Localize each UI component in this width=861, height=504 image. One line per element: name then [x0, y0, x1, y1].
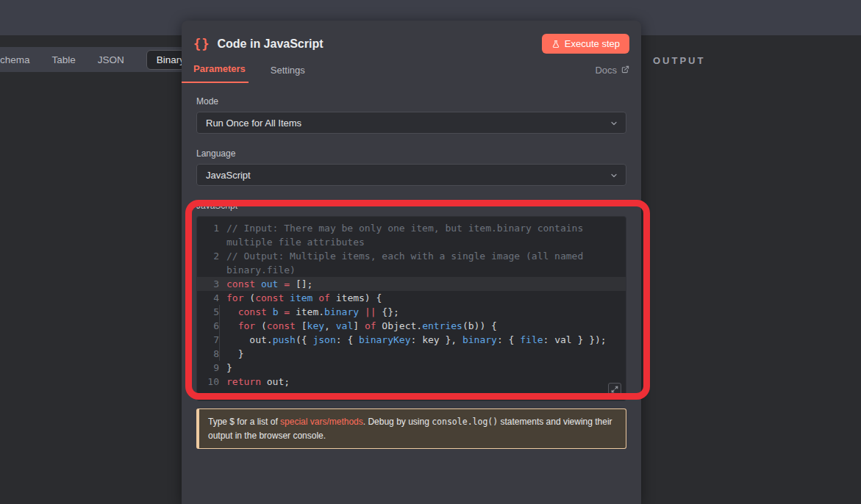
line-number: 1 [197, 221, 219, 249]
line-number: 5 [197, 305, 219, 319]
node-title: Code in JavaScript [217, 37, 323, 51]
line-number: 7 [197, 333, 219, 347]
console-log-code: console.log() [432, 417, 498, 427]
code-line-content: for (const [key, val] of Object.entries(… [219, 319, 626, 333]
line-number: 3 [197, 277, 219, 291]
line-number: 6 [197, 319, 219, 333]
node-settings-modal: {} Code in JavaScript Execute step Param… [182, 21, 641, 504]
tab-json[interactable]: JSON [98, 54, 124, 65]
tab-schema[interactable]: Schema [0, 54, 30, 65]
modal-tabs: Parameters Settings Docs [182, 63, 641, 83]
code-line-content: } [219, 347, 626, 361]
code-line-content: const out = []; [219, 277, 626, 291]
line-number: 2 [197, 249, 219, 277]
line-number: 4 [197, 291, 219, 305]
mode-select-value: Run Once for All Items [206, 118, 301, 129]
code-line[interactable]: 6 for (const [key, val] of Object.entrie… [197, 319, 626, 333]
special-vars-link[interactable]: special vars/methods [280, 417, 363, 427]
code-line[interactable]: 9} [197, 361, 626, 375]
expand-icon [611, 383, 618, 397]
code-line[interactable]: 8 } [197, 347, 626, 361]
language-select-value: JavaScript [206, 170, 251, 181]
code-line-content: return out; [219, 375, 626, 389]
code-editor[interactable]: 1// Input: There may be only one item, b… [196, 216, 626, 401]
code-line-content: for (const item of items) { [219, 291, 626, 305]
code-line-content: // Input: There may be only one item, bu… [219, 221, 626, 249]
parameters-pane: Mode Run Once for All Items Language Jav… [182, 83, 641, 449]
output-panel: OUTPUT [641, 35, 861, 504]
code-line[interactable]: 4for (const item of items) { [197, 291, 626, 305]
output-panel-title: OUTPUT [653, 55, 705, 66]
expand-editor-button[interactable] [608, 383, 621, 396]
chevron-down-icon [610, 119, 618, 130]
code-line[interactable]: 1// Input: There may be only one item, b… [197, 221, 626, 249]
line-number: 9 [197, 361, 219, 375]
code-field-label: JavaScript [196, 201, 626, 211]
flask-icon [551, 40, 560, 48]
tab-table[interactable]: Table [52, 54, 76, 65]
execute-step-label: Execute step [565, 38, 620, 49]
tab-settings[interactable]: Settings [271, 65, 305, 83]
mode-label: Mode [196, 96, 626, 107]
editor-hint-notice: Type $ for a list of special vars/method… [196, 408, 626, 449]
code-line[interactable]: 5 const b = item.binary || {}; [197, 305, 626, 319]
tab-parameters[interactable]: Parameters [182, 63, 249, 83]
code-line-content: out.push({ json: { binaryKey: key }, bin… [219, 333, 626, 347]
code-editor-lines: 1// Input: There may be only one item, b… [197, 221, 626, 389]
code-line[interactable]: 10return out; [197, 375, 626, 389]
language-select[interactable]: JavaScript [196, 164, 626, 186]
code-line-content: } [219, 361, 626, 375]
line-number: 10 [197, 375, 219, 389]
code-line[interactable]: 2// Output: Multiple items, each with a … [197, 249, 626, 277]
docs-link[interactable]: Docs [595, 65, 629, 83]
hint-text: . Debug by using [363, 417, 432, 427]
code-braces-icon: {} [193, 37, 210, 51]
docs-label: Docs [595, 65, 617, 76]
input-panel: Schema Table JSON Binary [0, 35, 182, 504]
hint-text: Type $ for a list of [208, 417, 280, 427]
mode-select[interactable]: Run Once for All Items [196, 112, 626, 134]
code-line[interactable]: 7 out.push({ json: { binaryKey: key }, b… [197, 333, 626, 347]
chevron-down-icon [610, 171, 618, 182]
line-number: 8 [197, 347, 219, 361]
language-label: Language [196, 148, 626, 159]
input-view-tabs: Schema Table JSON Binary [0, 47, 182, 72]
code-line[interactable]: 3const out = []; [197, 277, 626, 291]
code-line-content: // Output: Multiple items, each with a s… [219, 249, 626, 277]
execute-step-button[interactable]: Execute step [542, 34, 629, 54]
external-link-icon [621, 65, 629, 76]
code-line-content: const b = item.binary || {}; [219, 305, 626, 319]
modal-header: {} Code in JavaScript Execute step [182, 21, 641, 54]
